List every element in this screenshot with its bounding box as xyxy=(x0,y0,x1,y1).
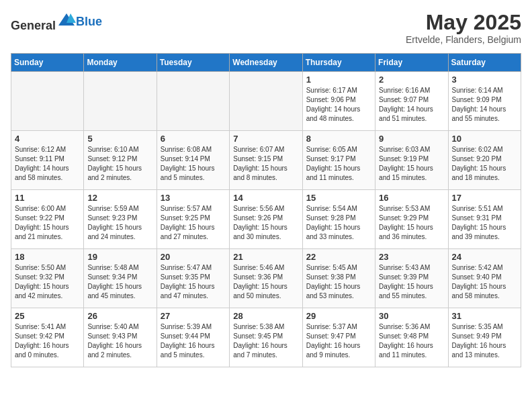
day-info: Sunrise: 6:16 AM Sunset: 9:07 PM Dayligh… xyxy=(379,86,444,124)
calendar-header-row: SundayMondayTuesdayWednesdayThursdayFrid… xyxy=(11,54,521,72)
calendar-cell: 4Sunrise: 6:12 AM Sunset: 9:11 PM Daylig… xyxy=(11,131,84,190)
day-number: 2 xyxy=(379,75,444,85)
weekday-header: Wednesday xyxy=(230,54,302,72)
calendar-cell: 31Sunrise: 5:35 AM Sunset: 9:49 PM Dayli… xyxy=(448,308,521,367)
day-info: Sunrise: 6:17 AM Sunset: 9:06 PM Dayligh… xyxy=(306,86,371,124)
day-info: Sunrise: 6:00 AM Sunset: 9:22 PM Dayligh… xyxy=(15,204,80,242)
calendar-cell: 28Sunrise: 5:38 AM Sunset: 9:45 PM Dayli… xyxy=(230,308,302,367)
calendar-cell: 5Sunrise: 6:10 AM Sunset: 9:12 PM Daylig… xyxy=(84,131,157,190)
day-info: Sunrise: 5:42 AM Sunset: 9:40 PM Dayligh… xyxy=(452,263,517,301)
day-number: 1 xyxy=(306,75,371,85)
calendar-cell: 21Sunrise: 5:46 AM Sunset: 9:36 PM Dayli… xyxy=(230,249,302,308)
calendar-cell: 26Sunrise: 5:40 AM Sunset: 9:43 PM Dayli… xyxy=(84,308,157,367)
day-number: 17 xyxy=(452,193,517,203)
day-info: Sunrise: 5:41 AM Sunset: 9:42 PM Dayligh… xyxy=(15,322,80,360)
day-info: Sunrise: 5:59 AM Sunset: 9:23 PM Dayligh… xyxy=(87,204,152,242)
calendar-cell: 29Sunrise: 5:37 AM Sunset: 9:47 PM Dayli… xyxy=(302,308,375,367)
day-info: Sunrise: 5:35 AM Sunset: 9:49 PM Dayligh… xyxy=(452,322,517,360)
calendar-cell: 24Sunrise: 5:42 AM Sunset: 9:40 PM Dayli… xyxy=(448,249,521,308)
calendar-cell: 16Sunrise: 5:53 AM Sunset: 9:29 PM Dayli… xyxy=(375,190,448,249)
day-number: 3 xyxy=(452,75,517,85)
calendar-cell xyxy=(84,72,157,131)
day-info: Sunrise: 5:57 AM Sunset: 9:25 PM Dayligh… xyxy=(161,204,226,242)
day-info: Sunrise: 5:54 AM Sunset: 9:28 PM Dayligh… xyxy=(306,204,371,242)
day-number: 13 xyxy=(161,193,226,203)
calendar-cell: 3Sunrise: 6:14 AM Sunset: 9:09 PM Daylig… xyxy=(448,72,521,131)
day-number: 22 xyxy=(306,252,371,262)
weekday-header: Thursday xyxy=(302,54,375,72)
calendar-cell xyxy=(230,72,302,131)
day-info: Sunrise: 5:38 AM Sunset: 9:45 PM Dayligh… xyxy=(233,322,298,360)
calendar-week-row: 4Sunrise: 6:12 AM Sunset: 9:11 PM Daylig… xyxy=(11,131,521,190)
day-info: Sunrise: 5:40 AM Sunset: 9:43 PM Dayligh… xyxy=(87,322,152,360)
calendar-cell: 12Sunrise: 5:59 AM Sunset: 9:23 PM Dayli… xyxy=(84,190,157,249)
day-info: Sunrise: 6:02 AM Sunset: 9:20 PM Dayligh… xyxy=(452,145,517,183)
calendar-cell: 14Sunrise: 5:56 AM Sunset: 9:26 PM Dayli… xyxy=(230,190,302,249)
logo-blue: Blue xyxy=(76,15,102,28)
day-number: 19 xyxy=(87,252,152,262)
calendar-cell xyxy=(157,72,229,131)
calendar-cell: 6Sunrise: 6:08 AM Sunset: 9:14 PM Daylig… xyxy=(157,131,229,190)
day-info: Sunrise: 5:46 AM Sunset: 9:36 PM Dayligh… xyxy=(233,263,298,301)
calendar-cell: 15Sunrise: 5:54 AM Sunset: 9:28 PM Dayli… xyxy=(302,190,375,249)
day-number: 6 xyxy=(161,134,226,144)
weekday-header: Sunday xyxy=(11,54,84,72)
day-number: 27 xyxy=(161,311,226,321)
day-info: Sunrise: 5:43 AM Sunset: 9:39 PM Dayligh… xyxy=(379,263,444,301)
month-title: May 2025 xyxy=(406,11,521,34)
logo: General Blue xyxy=(11,11,102,33)
calendar-cell: 13Sunrise: 5:57 AM Sunset: 9:25 PM Dayli… xyxy=(157,190,229,249)
day-number: 4 xyxy=(15,134,80,144)
day-number: 23 xyxy=(379,252,444,262)
calendar-cell: 22Sunrise: 5:45 AM Sunset: 9:38 PM Dayli… xyxy=(302,249,375,308)
day-info: Sunrise: 5:47 AM Sunset: 9:35 PM Dayligh… xyxy=(161,263,226,301)
calendar-week-row: 11Sunrise: 6:00 AM Sunset: 9:22 PM Dayli… xyxy=(11,190,521,249)
weekday-header: Friday xyxy=(375,54,448,72)
day-info: Sunrise: 5:56 AM Sunset: 9:26 PM Dayligh… xyxy=(233,204,298,242)
day-info: Sunrise: 5:48 AM Sunset: 9:34 PM Dayligh… xyxy=(87,263,152,301)
calendar-week-row: 25Sunrise: 5:41 AM Sunset: 9:42 PM Dayli… xyxy=(11,308,521,367)
weekday-header: Monday xyxy=(84,54,157,72)
day-number: 30 xyxy=(379,311,444,321)
day-info: Sunrise: 5:37 AM Sunset: 9:47 PM Dayligh… xyxy=(306,322,371,360)
day-number: 31 xyxy=(452,311,517,321)
day-number: 14 xyxy=(233,193,298,203)
day-info: Sunrise: 5:45 AM Sunset: 9:38 PM Dayligh… xyxy=(306,263,371,301)
calendar-cell: 30Sunrise: 5:36 AM Sunset: 9:48 PM Dayli… xyxy=(375,308,448,367)
day-number: 8 xyxy=(306,134,371,144)
weekday-header: Tuesday xyxy=(157,54,229,72)
calendar-table: SundayMondayTuesdayWednesdayThursdayFrid… xyxy=(11,53,521,367)
calendar-cell: 7Sunrise: 6:07 AM Sunset: 9:15 PM Daylig… xyxy=(230,131,302,190)
calendar-cell: 10Sunrise: 6:02 AM Sunset: 9:20 PM Dayli… xyxy=(448,131,521,190)
calendar-week-row: 1Sunrise: 6:17 AM Sunset: 9:06 PM Daylig… xyxy=(11,72,521,131)
location-title: Ertvelde, Flanders, Belgium xyxy=(406,34,521,45)
calendar-cell: 11Sunrise: 6:00 AM Sunset: 9:22 PM Dayli… xyxy=(11,190,84,249)
day-info: Sunrise: 6:14 AM Sunset: 9:09 PM Dayligh… xyxy=(452,86,517,124)
day-number: 12 xyxy=(87,193,152,203)
day-number: 21 xyxy=(233,252,298,262)
day-number: 28 xyxy=(233,311,298,321)
calendar-week-row: 18Sunrise: 5:50 AM Sunset: 9:32 PM Dayli… xyxy=(11,249,521,308)
calendar-cell: 1Sunrise: 6:17 AM Sunset: 9:06 PM Daylig… xyxy=(302,72,375,131)
day-number: 29 xyxy=(306,311,371,321)
calendar-cell: 20Sunrise: 5:47 AM Sunset: 9:35 PM Dayli… xyxy=(157,249,229,308)
logo-icon xyxy=(57,11,76,30)
day-info: Sunrise: 6:10 AM Sunset: 9:12 PM Dayligh… xyxy=(87,145,152,183)
day-info: Sunrise: 6:07 AM Sunset: 9:15 PM Dayligh… xyxy=(233,145,298,183)
day-info: Sunrise: 5:36 AM Sunset: 9:48 PM Dayligh… xyxy=(379,322,444,360)
calendar-cell: 27Sunrise: 5:39 AM Sunset: 9:44 PM Dayli… xyxy=(157,308,229,367)
day-number: 25 xyxy=(15,311,80,321)
calendar-cell xyxy=(11,72,84,131)
logo-general: General xyxy=(11,19,56,32)
day-number: 18 xyxy=(15,252,80,262)
day-info: Sunrise: 5:53 AM Sunset: 9:29 PM Dayligh… xyxy=(379,204,444,242)
day-info: Sunrise: 6:12 AM Sunset: 9:11 PM Dayligh… xyxy=(15,145,80,183)
day-number: 10 xyxy=(452,134,517,144)
day-info: Sunrise: 5:50 AM Sunset: 9:32 PM Dayligh… xyxy=(15,263,80,301)
calendar-cell: 9Sunrise: 6:03 AM Sunset: 9:19 PM Daylig… xyxy=(375,131,448,190)
day-info: Sunrise: 5:39 AM Sunset: 9:44 PM Dayligh… xyxy=(161,322,226,360)
calendar-cell: 18Sunrise: 5:50 AM Sunset: 9:32 PM Dayli… xyxy=(11,249,84,308)
calendar-body: 1Sunrise: 6:17 AM Sunset: 9:06 PM Daylig… xyxy=(11,72,521,367)
calendar-cell: 2Sunrise: 6:16 AM Sunset: 9:07 PM Daylig… xyxy=(375,72,448,131)
day-number: 11 xyxy=(15,193,80,203)
